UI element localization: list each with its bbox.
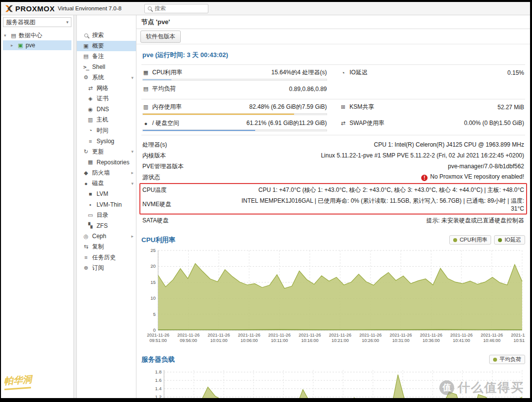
history-list-icon: ≡ [83, 254, 89, 260]
sidebar-item-search[interactable]: 搜索 [77, 30, 136, 41]
svg-text:2021-11-26: 2021-11-26 [299, 333, 321, 338]
tree-item-datacenter[interactable]: ▾ ▤ 数据中心 [3, 31, 71, 40]
chevron-down-icon[interactable]: ▾ [4, 33, 8, 38]
svg-text:1.6: 1.6 [155, 377, 162, 383]
menu-label: 主机 [97, 116, 108, 124]
sidebar-item-task-history[interactable]: ≡任务历史 [77, 252, 136, 263]
chevron-down-icon[interactable]: ▾ [131, 75, 133, 80]
svg-text:2021-11-26: 2021-11-26 [238, 333, 260, 338]
legend-item-load-average[interactable]: 平均负荷 [489, 355, 525, 364]
hdd-icon: ● [142, 121, 149, 126]
svg-text:2021-11-26: 2021-11-26 [329, 333, 351, 338]
host-icon: ▥ [87, 117, 94, 123]
gauge-value: 15.64%的4 处理器(s) [185, 68, 327, 77]
svg-text:1.2: 1.2 [155, 394, 162, 398]
system-gears-icon: ⚙ [83, 74, 89, 81]
chevron-right-icon[interactable]: ▸ [11, 43, 15, 48]
gauge-value: 82.48% (6.26 GiB的7.59 GiB) [185, 103, 327, 111]
tree-item-pve[interactable]: ▸ ▣ pve [3, 40, 71, 50]
status-gauges-bottom: ▥内存使用率82.48% (6.26 GiB的7.59 GiB) ⊞KSM共享5… [141, 99, 525, 135]
legend-dot [453, 238, 457, 242]
sidebar-item-repositories[interactable]: ▦Repositories [77, 157, 136, 168]
chevron-down-icon[interactable]: ▾ [131, 149, 133, 154]
svg-text:10:36:00: 10:36:00 [423, 338, 440, 343]
gauge-label: KSM共享 [350, 103, 374, 111]
sidebar-item-syslog[interactable]: ≡Syslog [77, 136, 136, 147]
svg-text:10:26:00: 10:26:00 [362, 338, 379, 343]
sidebar-item-network[interactable]: ⇄网络 [77, 83, 136, 94]
sidebar-item-hosts[interactable]: ▥主机 [77, 115, 136, 125]
annotation-highlight: CPU温度CPU 1: +47.0°C (核心 1: +43.0°C, 核心 2… [139, 183, 527, 215]
workspace: 服务器视图 ▾ ▾ ▤ 数据中心 ▸ ▣ pve [1, 15, 530, 398]
info-row-nvme-disk: NVME硬盘INTEL MEMPEK1J016GAL | 已使用寿命: 0% (… [142, 195, 524, 213]
sidebar-item-updates[interactable]: ↻更新▾ [77, 147, 136, 157]
svg-text:2021-11-26: 2021-11-26 [147, 333, 169, 338]
network-icon: ⇄ [87, 85, 94, 92]
sidebar-item-certificates[interactable]: ◈证书 [77, 93, 136, 104]
sidebar-item-directory[interactable]: ▭目录 [77, 210, 136, 221]
sidebar-item-disks[interactable]: ●磁盘▾ [77, 178, 136, 189]
sidebar-item-shell[interactable]: >_Shell [77, 62, 136, 73]
menu-label: 证书 [97, 94, 108, 103]
smzdm-text: 什么值得买 [458, 379, 524, 396]
menu-label: 任务历史 [92, 253, 116, 262]
menu-label: 更新 [92, 148, 104, 156]
search-input[interactable] [155, 5, 200, 11]
ksm-sharing-gauge: ⊞KSM共享52.27 MiB [340, 101, 525, 117]
svg-text:20: 20 [150, 263, 156, 269]
svg-text:1.4: 1.4 [155, 386, 162, 391]
sidebar-item-replication[interactable]: ⇆复制 [77, 242, 136, 252]
rootfs-usage-bar [142, 129, 327, 131]
clock-icon: ◔ [87, 127, 94, 133]
sidebar-item-dns[interactable]: ◉DNS [77, 104, 136, 115]
chevron-down-icon: ▾ [66, 20, 68, 25]
sidebar-item-time[interactable]: ◔时间 [77, 125, 136, 136]
legend-item-io-delay[interactable]: IO延迟 [494, 235, 525, 245]
chevron-right-icon[interactable]: ▸ [131, 170, 133, 175]
datacenter-icon: ▤ [10, 32, 17, 39]
view-selector[interactable]: 服务器视图 ▾ [3, 17, 71, 27]
cpu-usage-chart-panel: CPU利用率 CPU利用率 IO延迟 05101520252021-11-260… [141, 234, 525, 347]
svg-text:0: 0 [153, 327, 156, 333]
svg-text:2021-11-26: 2021-11-26 [359, 333, 381, 338]
sidebar-item-system[interactable]: ⚙系统▾ [77, 72, 136, 83]
cpu-usage-bar [142, 79, 327, 81]
io-delay-gauge: ◔IO延迟0.15% [340, 66, 525, 83]
package-versions-button[interactable]: 软件包版本 [140, 31, 181, 43]
topbar-search[interactable] [144, 4, 208, 13]
chevron-down-icon[interactable]: ▾ [131, 181, 133, 186]
search-icon [83, 32, 89, 38]
sidebar-item-lvm[interactable]: ■LVM [77, 189, 136, 200]
load-icon: ▤ [142, 86, 149, 92]
sidebar-item-firewall[interactable]: ◆防火墙▸ [77, 168, 136, 179]
memory-usage-bar [142, 113, 327, 115]
svg-text:15: 15 [150, 279, 156, 285]
smzdm-badge-icon: 值 [439, 380, 454, 395]
resource-tree: ▾ ▤ 数据中心 ▸ ▣ pve [3, 31, 71, 50]
sidebar-item-subscription[interactable]: ⊕订阅 [77, 263, 136, 274]
sidebar-item-zfs[interactable]: ▚ZFS [77, 220, 136, 231]
svg-text:10:41:00: 10:41:00 [453, 338, 470, 343]
svg-text:2021-11-26: 2021-11-26 [450, 333, 472, 338]
topbar: PROXMOX Virtual Environment 7.0-8 [1, 2, 530, 15]
list-icon: ≡ [87, 138, 94, 144]
gauge-label: CPU利用率 [152, 68, 182, 77]
svg-text:10:16:00: 10:16:00 [301, 338, 318, 343]
dns-icon: ◉ [87, 106, 94, 113]
load-average-gauge: ▤平均负荷0.89,0.86,0.89 [142, 83, 327, 95]
page-title-text: 节点 'pve' [141, 18, 170, 27]
node-status-title: pve (运行时间: 3 天 00:43:02) [141, 44, 525, 64]
menu-label: Shell [92, 63, 105, 70]
sidebar-item-notes[interactable]: ▤备注 [77, 51, 136, 62]
sidebar-item-lvm-thin[interactable]: ▪LVM-Thin [77, 199, 136, 210]
chart-title: 服务器负载 [141, 355, 175, 364]
svg-text:10:21:00: 10:21:00 [332, 338, 349, 343]
svg-text:2021-11-26: 2021-11-26 [208, 333, 230, 338]
menu-label: Repositories [97, 159, 130, 166]
chevron-right-icon[interactable]: ▸ [131, 234, 133, 239]
sidebar-item-ceph[interactable]: ◎Ceph▸ [77, 231, 136, 242]
sidebar-item-overview[interactable]: ▣概要 [77, 41, 136, 52]
gauge-label: / 硬盘空间 [152, 119, 179, 127]
legend-item-cpu-usage[interactable]: CPU利用率 [449, 235, 491, 245]
menu-label: 时间 [97, 126, 108, 135]
